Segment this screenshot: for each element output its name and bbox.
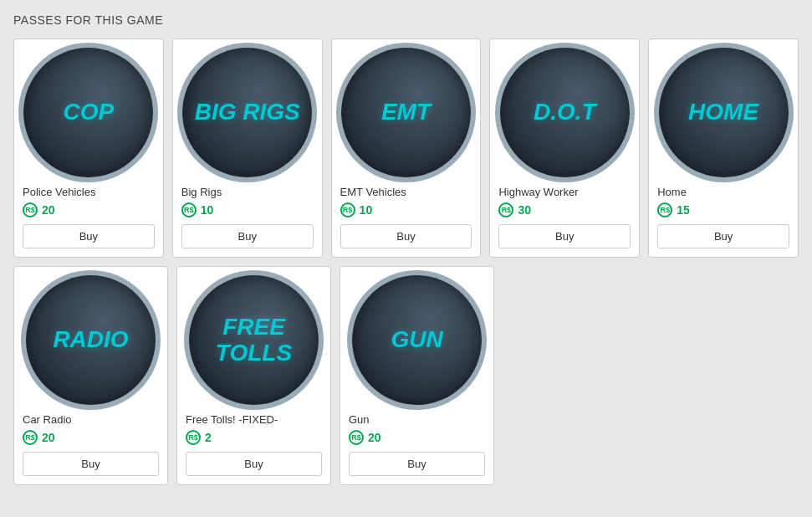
price-amount-emt: 10 xyxy=(360,203,373,217)
pass-icon-text-home: HOME xyxy=(688,100,758,125)
robux-icon-radio: R$ xyxy=(23,430,38,445)
pass-price-emt: R$10 xyxy=(340,202,373,218)
pass-price-big-rigs: R$10 xyxy=(181,202,214,218)
pass-icon-big-rigs: BIG RIGS xyxy=(182,48,312,177)
pass-card-home: HOMEHomeR$15Buy xyxy=(648,38,799,258)
buy-button-cop[interactable]: Buy xyxy=(23,224,155,248)
pass-name-radio: Car Radio xyxy=(23,413,72,426)
buy-button-dot[interactable]: Buy xyxy=(498,224,631,248)
price-amount-cop: 20 xyxy=(42,203,55,217)
buy-button-big-rigs[interactable]: Buy xyxy=(181,224,314,248)
buy-button-free-tolls[interactable]: Buy xyxy=(186,452,322,476)
pass-name-big-rigs: Big Rigs xyxy=(181,186,222,198)
pass-icon-text-dot: D.O.T xyxy=(534,100,596,125)
pass-name-home: Home xyxy=(657,186,687,198)
pass-name-free-tolls: Free Tolls! -FIXED- xyxy=(186,413,278,426)
pass-icon-free-tolls: FREE TOLLS xyxy=(189,275,319,405)
buy-button-gun[interactable]: Buy xyxy=(349,452,485,476)
robux-icon-free-tolls: R$ xyxy=(186,430,201,445)
pass-icon-home: HOME xyxy=(659,48,789,177)
pass-icon-radio: RADIO xyxy=(26,275,156,405)
pass-price-cop: R$20 xyxy=(23,202,55,218)
pass-card-gun: GUNGunR$20Buy xyxy=(340,266,494,485)
pass-price-gun: R$20 xyxy=(349,430,381,445)
pass-icon-emt: EMT xyxy=(341,48,471,177)
pass-icon-text-big-rigs: BIG RIGS xyxy=(195,100,300,125)
pass-icon-dot: D.O.T xyxy=(500,48,630,177)
pass-price-radio: R$20 xyxy=(23,430,55,445)
passes-row-1: COPPolice VehiclesR$20BuyBIG RIGSBig Rig… xyxy=(13,38,799,258)
robux-icon-dot: R$ xyxy=(498,202,513,218)
pass-icon-text-radio: RADIO xyxy=(53,327,128,353)
pass-icon-gun: GUN xyxy=(352,275,482,405)
pass-icon-cop: COP xyxy=(23,48,153,177)
pass-card-big-rigs: BIG RIGSBig RigsR$10Buy xyxy=(172,38,323,258)
pass-name-dot: Highway Worker xyxy=(498,186,578,198)
page-title: PASSES FOR THIS GAME xyxy=(13,13,799,27)
buy-button-emt[interactable]: Buy xyxy=(340,224,472,248)
pass-price-dot: R$30 xyxy=(498,202,531,218)
price-amount-big-rigs: 10 xyxy=(201,203,214,217)
price-amount-home: 15 xyxy=(677,203,690,217)
robux-icon-big-rigs: R$ xyxy=(181,202,197,218)
pass-name-cop: Police Vehicles xyxy=(23,186,95,198)
price-amount-free-tolls: 2 xyxy=(205,431,212,444)
robux-icon-gun: R$ xyxy=(349,430,364,445)
passes-grid: COPPolice VehiclesR$20BuyBIG RIGSBig Rig… xyxy=(13,38,799,485)
robux-icon-home: R$ xyxy=(657,202,672,218)
pass-price-free-tolls: R$2 xyxy=(186,430,212,445)
pass-card-emt: EMTEMT VehiclesR$10Buy xyxy=(331,38,482,258)
pass-icon-text-free-tolls: FREE TOLLS xyxy=(189,315,319,366)
pass-card-radio: RADIOCar RadioR$20Buy xyxy=(13,266,168,485)
pass-name-emt: EMT Vehicles xyxy=(340,186,406,198)
pass-card-cop: COPPolice VehiclesR$20Buy xyxy=(13,38,164,258)
price-amount-gun: 20 xyxy=(368,431,381,444)
pass-card-dot: D.O.THighway WorkerR$30Buy xyxy=(489,38,640,258)
pass-icon-text-cop: COP xyxy=(64,100,115,125)
pass-card-free-tolls: FREE TOLLSFree Tolls! -FIXED-R$2Buy xyxy=(176,266,331,485)
passes-row-2: RADIOCar RadioR$20BuyFREE TOLLSFree Toll… xyxy=(13,266,799,485)
robux-icon-emt: R$ xyxy=(340,202,355,218)
price-amount-dot: 30 xyxy=(518,203,531,217)
robux-icon-cop: R$ xyxy=(23,202,38,218)
price-amount-radio: 20 xyxy=(42,431,55,444)
pass-icon-text-gun: GUN xyxy=(391,327,442,353)
pass-name-gun: Gun xyxy=(349,413,370,426)
pass-icon-text-emt: EMT xyxy=(381,100,431,125)
buy-button-home[interactable]: Buy xyxy=(657,224,789,248)
pass-price-home: R$15 xyxy=(657,202,690,218)
buy-button-radio[interactable]: Buy xyxy=(23,452,159,476)
